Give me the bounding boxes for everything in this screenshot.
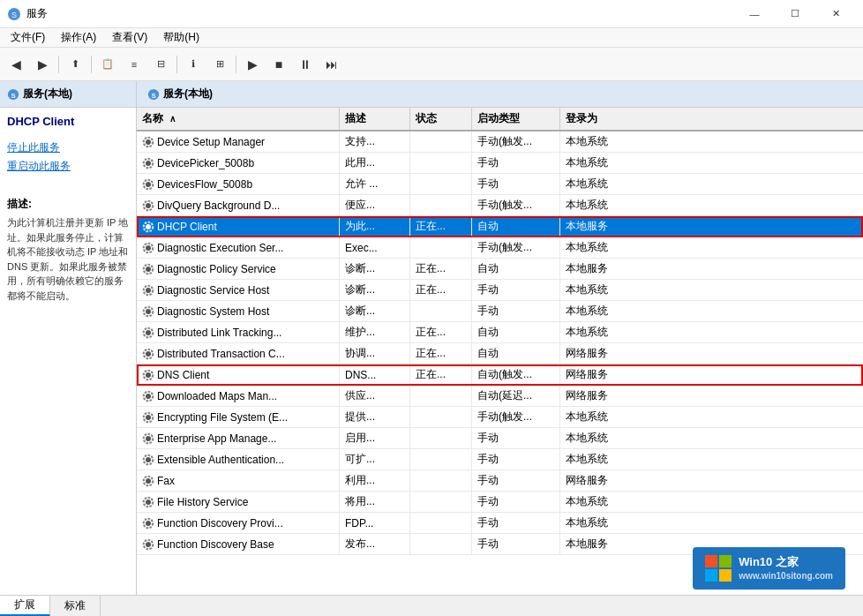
td-status (410, 470, 472, 491)
svg-rect-46 (705, 555, 717, 567)
table-row[interactable]: Diagnostic Service Host 诊断... 正在... 手动 本… (137, 280, 863, 301)
table-row[interactable]: Diagnostic Execution Ser... Exec... 手动(触… (137, 237, 863, 259)
td-logon: 本地系统 (560, 428, 631, 448)
menu-view[interactable]: 查看(V) (105, 28, 154, 47)
table-row[interactable]: File History Service 将用... 手动 本地系统 (137, 492, 863, 513)
toolbar: ◀ ▶ ⬆ 📋 ≡ ⊟ ℹ ⊞ ▶ ■ ⏸ ⏭ (0, 48, 863, 81)
watermark-brand: Win10 之家 (739, 554, 833, 570)
service-icon (142, 305, 154, 318)
td-name: Fax (137, 470, 340, 491)
td-desc: 诊断... (340, 259, 410, 279)
td-status (410, 301, 472, 321)
right-panel-title: 服务(本地) (163, 86, 213, 101)
forward-button[interactable]: ▶ (30, 52, 55, 77)
description-text: 为此计算机注册并更新 IP 地址。如果此服务停止，计算机将不能接收动态 IP 地… (7, 215, 129, 303)
play-button[interactable]: ▶ (240, 52, 265, 77)
tab-standard[interactable]: 标准 (50, 596, 101, 616)
td-startup: 手动 (472, 470, 560, 491)
table-row[interactable]: Extensible Authentication... 可扩... 手动 本地… (137, 449, 863, 470)
td-startup: 手动 (472, 280, 560, 300)
grid-button[interactable]: ⊞ (207, 52, 232, 77)
table-row[interactable]: DivQuery Background D... 便应... 手动(触发... … (137, 195, 863, 216)
services-table[interactable]: 名称 ∧ 描述 状态 启动类型 登录为 Device Setup Manager… (137, 108, 863, 595)
show-hide-button[interactable]: 📋 (95, 52, 120, 77)
svg-point-26 (146, 351, 150, 356)
col-desc[interactable]: 描述 (340, 108, 410, 130)
table-row[interactable]: Diagnostic Policy Service 诊断... 正在... 自动… (137, 259, 863, 280)
col-name[interactable]: 名称 ∧ (137, 108, 340, 130)
stop-button[interactable]: ■ (266, 52, 291, 77)
td-logon: 本地系统 (560, 407, 631, 427)
pause-button[interactable]: ⏸ (293, 52, 318, 77)
col-logon[interactable]: 登录为 (560, 108, 631, 130)
selected-service-name: DHCP Client (0, 108, 136, 135)
td-status: 正在... (410, 216, 472, 237)
table-row[interactable]: Distributed Transaction C... 协调... 正在...… (137, 343, 863, 364)
table-row[interactable]: Function Discovery Provi... FDP... 手动 本地… (137, 513, 863, 534)
service-icon (142, 136, 154, 148)
td-desc: 支持... (340, 131, 410, 152)
table-row[interactable]: Distributed Link Tracking... 维护... 正在...… (137, 322, 863, 343)
menu-action[interactable]: 操作(A) (54, 28, 103, 47)
td-name: Enterprise App Manage... (137, 428, 340, 448)
td-desc: 提供... (340, 407, 410, 427)
stop-service-link[interactable]: 停止此服务 (7, 140, 129, 155)
svg-point-40 (146, 500, 150, 504)
td-desc: 为此... (340, 216, 410, 237)
tab-extended[interactable]: 扩展 (0, 596, 50, 616)
td-startup: 手动(触发... (472, 237, 560, 258)
table-row[interactable]: Enterprise App Manage... 启用... 手动 本地系统 (137, 428, 863, 449)
td-name: Device Setup Manager (137, 131, 340, 152)
info-button[interactable]: ℹ (181, 52, 206, 77)
td-logon: 网络服务 (560, 386, 631, 406)
menu-help[interactable]: 帮助(H) (156, 28, 206, 47)
td-logon: 网络服务 (560, 470, 631, 491)
svg-text:S: S (151, 91, 155, 99)
svg-point-22 (146, 309, 150, 313)
close-button[interactable]: ✕ (815, 0, 856, 28)
td-startup: 自动 (472, 216, 560, 237)
minimize-button[interactable]: — (734, 0, 775, 28)
td-logon: 本地系统 (560, 195, 631, 215)
maximize-button[interactable]: ☐ (775, 0, 815, 28)
col-startup[interactable]: 启动类型 (472, 108, 560, 130)
td-desc: 可扩... (340, 449, 410, 470)
svg-point-16 (146, 245, 150, 250)
td-startup: 手动 (472, 174, 560, 194)
td-status (410, 174, 472, 194)
table-row[interactable]: Device Setup Manager 支持... 手动(触发... 本地系统 (137, 131, 863, 153)
app-icon: S (7, 7, 21, 21)
table-row[interactable]: Encrypting File System (E... 提供... 手动(触发… (137, 407, 863, 428)
table-row[interactable]: DevicesFlow_5008b 允许 ... 手动 本地系统 (137, 174, 863, 195)
service-icon (142, 517, 154, 530)
service-icon (142, 284, 154, 297)
back-button[interactable]: ◀ (4, 52, 28, 77)
restart-service-link[interactable]: 重启动此服务 (7, 159, 129, 174)
table-row[interactable]: DHCP Client 为此... 正在... 自动 本地服务 (137, 216, 863, 237)
service-icon (142, 475, 154, 487)
td-name: Diagnostic Execution Ser... (137, 237, 340, 258)
service-icon (142, 242, 154, 254)
td-logon: 本地服务 (560, 259, 631, 279)
table-row[interactable]: DNS Client DNS... 正在... 自动(触发... 网络服务 (137, 364, 863, 386)
col-status[interactable]: 状态 (410, 108, 472, 130)
left-actions: 停止此服务 重启动此服务 (0, 135, 136, 183)
detail-view-button[interactable]: ⊟ (148, 52, 173, 77)
restart-button[interactable]: ⏭ (319, 52, 344, 77)
table-row[interactable]: Downloaded Maps Man... 供应... 自动(延迟... 网络… (137, 386, 863, 407)
service-icon (142, 411, 154, 424)
up-button[interactable]: ⬆ (63, 52, 87, 77)
table-row[interactable]: Fax 利用... 手动 网络服务 (137, 470, 863, 492)
td-desc: Exec... (340, 237, 410, 258)
table-row[interactable]: Diagnostic System Host 诊断... 手动 本地系统 (137, 301, 863, 322)
td-status (410, 513, 472, 533)
list-view-button[interactable]: ≡ (122, 52, 146, 77)
table-header: 名称 ∧ 描述 状态 启动类型 登录为 (137, 108, 863, 131)
td-desc: 维护... (340, 322, 410, 342)
td-logon: 本地系统 (560, 174, 631, 194)
td-name: Extensible Authentication... (137, 449, 340, 470)
service-icon (142, 263, 154, 275)
table-row[interactable]: DevicePicker_5008b 此用... 手动 本地系统 (137, 153, 863, 174)
window-title: 服务 (26, 6, 48, 21)
menu-file[interactable]: 文件(F) (4, 28, 52, 47)
